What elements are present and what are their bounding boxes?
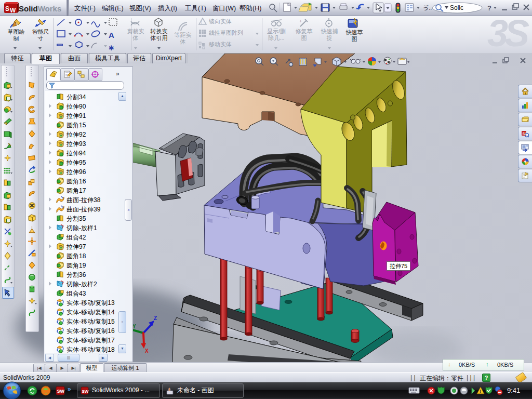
svg-text:SW: SW (82, 389, 89, 394)
svg-text:?: ? (487, 4, 491, 12)
svg-text:!: ! (201, 19, 202, 25)
svg-text:SW: SW (57, 389, 65, 394)
svg-text:+: + (299, 19, 302, 24)
svg-text:X: X (145, 348, 149, 354)
svg-text:ゔ..: ゔ.. (423, 5, 432, 11)
svg-text:W: W (10, 7, 16, 14)
svg-text:»: » (68, 385, 71, 393)
svg-text:S: S (5, 5, 9, 12)
svg-text:Solic: Solic (450, 4, 463, 11)
svg-text:A: A (109, 31, 114, 39)
svg-text:SolidWorks: SolidWorks (19, 4, 61, 13)
svg-text:!: ! (480, 389, 481, 394)
svg-text:Y: Y (132, 324, 136, 329)
svg-text:Z: Z (154, 315, 157, 321)
svg-text:✱: ✱ (109, 44, 114, 51)
